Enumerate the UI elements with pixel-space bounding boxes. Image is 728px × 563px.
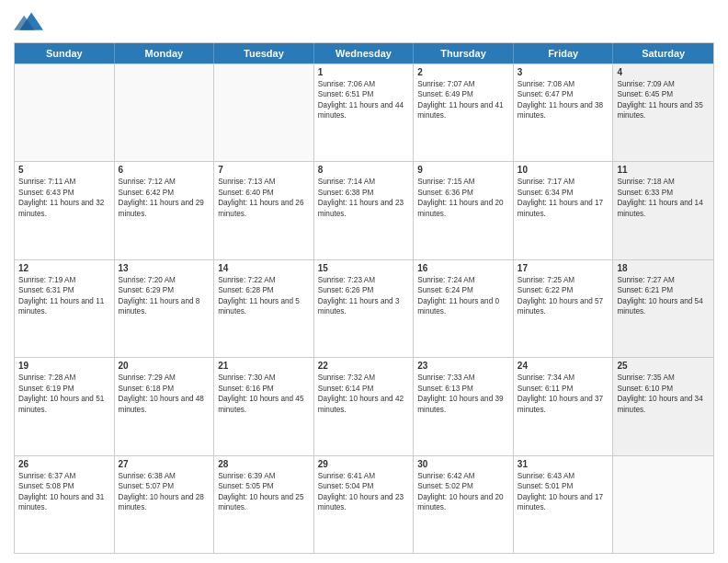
header-day-sunday: Sunday: [15, 43, 115, 63]
day-number: 5: [18, 165, 110, 175]
day-number: 9: [417, 165, 509, 175]
calendar-cell: 16Sunrise: 7:24 AM Sunset: 6:24 PM Dayli…: [414, 260, 514, 357]
day-number: 2: [417, 67, 509, 77]
calendar-cell: 9Sunrise: 7:15 AM Sunset: 6:36 PM Daylig…: [414, 162, 514, 259]
calendar-cell: 31Sunrise: 6:43 AM Sunset: 5:01 PM Dayli…: [514, 456, 614, 553]
day-number: 19: [18, 361, 110, 371]
calendar-cell: 1Sunrise: 7:06 AM Sunset: 6:51 PM Daylig…: [314, 64, 415, 161]
day-number: 27: [119, 459, 210, 469]
calendar-cell: 5Sunrise: 7:11 AM Sunset: 6:43 PM Daylig…: [15, 162, 115, 259]
calendar-cell: 17Sunrise: 7:25 AM Sunset: 6:22 PM Dayli…: [514, 260, 614, 357]
calendar-cell: 2Sunrise: 7:07 AM Sunset: 6:49 PM Daylig…: [414, 64, 514, 161]
cell-info: Sunrise: 6:42 AM Sunset: 5:02 PM Dayligh…: [417, 471, 509, 513]
calendar-cell: 28Sunrise: 6:39 AM Sunset: 5:05 PM Dayli…: [214, 456, 314, 553]
cell-info: Sunrise: 7:09 AM Sunset: 6:45 PM Dayligh…: [617, 79, 710, 121]
day-number: 28: [218, 459, 310, 469]
calendar-cell: [115, 64, 215, 161]
calendar-cell: 3Sunrise: 7:08 AM Sunset: 6:47 PM Daylig…: [514, 64, 614, 161]
cell-info: Sunrise: 7:06 AM Sunset: 6:51 PM Dayligh…: [318, 79, 410, 121]
calendar-cell: 24Sunrise: 7:34 AM Sunset: 6:11 PM Dayli…: [514, 358, 614, 454]
day-number: 18: [617, 263, 710, 273]
calendar-cell: 7Sunrise: 7:13 AM Sunset: 6:40 PM Daylig…: [214, 162, 314, 259]
calendar-cell: 6Sunrise: 7:12 AM Sunset: 6:42 PM Daylig…: [115, 162, 215, 259]
day-number: 16: [417, 263, 509, 273]
day-number: 30: [417, 459, 509, 469]
day-number: 15: [318, 263, 410, 273]
cell-info: Sunrise: 7:08 AM Sunset: 6:47 PM Dayligh…: [518, 79, 609, 121]
calendar: SundayMondayTuesdayWednesdayThursdayFrid…: [14, 42, 714, 554]
calendar-cell: 11Sunrise: 7:18 AM Sunset: 6:33 PM Dayli…: [613, 162, 713, 259]
calendar-cell: 22Sunrise: 7:32 AM Sunset: 6:14 PM Dayli…: [314, 358, 415, 454]
header-day-friday: Friday: [514, 43, 614, 63]
cell-info: Sunrise: 6:37 AM Sunset: 5:08 PM Dayligh…: [18, 471, 110, 513]
header-day-wednesday: Wednesday: [314, 43, 415, 63]
cell-info: Sunrise: 7:13 AM Sunset: 6:40 PM Dayligh…: [218, 177, 310, 219]
cell-info: Sunrise: 6:39 AM Sunset: 5:05 PM Dayligh…: [218, 471, 310, 513]
cell-info: Sunrise: 7:14 AM Sunset: 6:38 PM Dayligh…: [318, 177, 410, 219]
cell-info: Sunrise: 7:33 AM Sunset: 6:13 PM Dayligh…: [417, 373, 509, 415]
calendar-cell: 14Sunrise: 7:22 AM Sunset: 6:28 PM Dayli…: [214, 260, 314, 357]
calendar-row-2: 12Sunrise: 7:19 AM Sunset: 6:31 PM Dayli…: [15, 259, 713, 357]
cell-info: Sunrise: 7:27 AM Sunset: 6:21 PM Dayligh…: [617, 275, 710, 317]
calendar-cell: 15Sunrise: 7:23 AM Sunset: 6:26 PM Dayli…: [314, 260, 415, 357]
calendar-row-3: 19Sunrise: 7:28 AM Sunset: 6:19 PM Dayli…: [15, 357, 713, 454]
logo-icon: [14, 9, 43, 35]
day-number: 23: [417, 361, 509, 371]
cell-info: Sunrise: 7:11 AM Sunset: 6:43 PM Dayligh…: [18, 177, 110, 219]
day-number: 8: [318, 165, 410, 175]
calendar-cell: 21Sunrise: 7:30 AM Sunset: 6:16 PM Dayli…: [214, 358, 314, 454]
day-number: 12: [18, 263, 110, 273]
cell-info: Sunrise: 7:15 AM Sunset: 6:36 PM Dayligh…: [417, 177, 509, 219]
day-number: 26: [18, 459, 110, 469]
day-number: 7: [218, 165, 310, 175]
calendar-cell: [15, 64, 115, 161]
header-day-thursday: Thursday: [414, 43, 514, 63]
calendar-cell: 13Sunrise: 7:20 AM Sunset: 6:29 PM Dayli…: [115, 260, 215, 357]
calendar-cell: 12Sunrise: 7:19 AM Sunset: 6:31 PM Dayli…: [15, 260, 115, 357]
cell-info: Sunrise: 7:23 AM Sunset: 6:26 PM Dayligh…: [318, 275, 410, 317]
header: [14, 9, 714, 35]
cell-info: Sunrise: 7:28 AM Sunset: 6:19 PM Dayligh…: [18, 373, 110, 415]
header-day-saturday: Saturday: [613, 43, 713, 63]
calendar-cell: 19Sunrise: 7:28 AM Sunset: 6:19 PM Dayli…: [15, 358, 115, 454]
day-number: 4: [617, 67, 710, 77]
page: SundayMondayTuesdayWednesdayThursdayFrid…: [0, 0, 728, 563]
day-number: 6: [119, 165, 210, 175]
calendar-cell: 23Sunrise: 7:33 AM Sunset: 6:13 PM Dayli…: [414, 358, 514, 454]
calendar-cell: 25Sunrise: 7:35 AM Sunset: 6:10 PM Dayli…: [613, 358, 713, 454]
calendar-cell: 10Sunrise: 7:17 AM Sunset: 6:34 PM Dayli…: [514, 162, 614, 259]
calendar-header: SundayMondayTuesdayWednesdayThursdayFrid…: [15, 43, 713, 63]
day-number: 13: [119, 263, 210, 273]
day-number: 3: [518, 67, 609, 77]
header-day-tuesday: Tuesday: [214, 43, 314, 63]
day-number: 17: [518, 263, 609, 273]
cell-info: Sunrise: 7:18 AM Sunset: 6:33 PM Dayligh…: [617, 177, 710, 219]
day-number: 31: [518, 459, 609, 469]
day-number: 20: [119, 361, 210, 371]
cell-info: Sunrise: 7:17 AM Sunset: 6:34 PM Dayligh…: [518, 177, 609, 219]
day-number: 21: [218, 361, 310, 371]
cell-info: Sunrise: 7:35 AM Sunset: 6:10 PM Dayligh…: [617, 373, 710, 415]
cell-info: Sunrise: 7:25 AM Sunset: 6:22 PM Dayligh…: [518, 275, 609, 317]
day-number: 14: [218, 263, 310, 273]
cell-info: Sunrise: 7:34 AM Sunset: 6:11 PM Dayligh…: [518, 373, 609, 415]
cell-info: Sunrise: 7:12 AM Sunset: 6:42 PM Dayligh…: [119, 177, 210, 219]
day-number: 24: [518, 361, 609, 371]
calendar-cell: [214, 64, 314, 161]
calendar-row-0: 1Sunrise: 7:06 AM Sunset: 6:51 PM Daylig…: [15, 63, 713, 161]
cell-info: Sunrise: 7:19 AM Sunset: 6:31 PM Dayligh…: [18, 275, 110, 317]
calendar-cell: [613, 456, 713, 553]
calendar-row-1: 5Sunrise: 7:11 AM Sunset: 6:43 PM Daylig…: [15, 161, 713, 259]
day-number: 10: [518, 165, 609, 175]
cell-info: Sunrise: 7:07 AM Sunset: 6:49 PM Dayligh…: [417, 79, 509, 121]
calendar-cell: 30Sunrise: 6:42 AM Sunset: 5:02 PM Dayli…: [414, 456, 514, 553]
calendar-cell: 4Sunrise: 7:09 AM Sunset: 6:45 PM Daylig…: [613, 64, 713, 161]
day-number: 29: [318, 459, 410, 469]
cell-info: Sunrise: 6:38 AM Sunset: 5:07 PM Dayligh…: [119, 471, 210, 513]
calendar-body: 1Sunrise: 7:06 AM Sunset: 6:51 PM Daylig…: [15, 63, 713, 553]
cell-info: Sunrise: 7:32 AM Sunset: 6:14 PM Dayligh…: [318, 373, 410, 415]
day-number: 11: [617, 165, 710, 175]
calendar-cell: 18Sunrise: 7:27 AM Sunset: 6:21 PM Dayli…: [613, 260, 713, 357]
day-number: 22: [318, 361, 410, 371]
cell-info: Sunrise: 7:20 AM Sunset: 6:29 PM Dayligh…: [119, 275, 210, 317]
